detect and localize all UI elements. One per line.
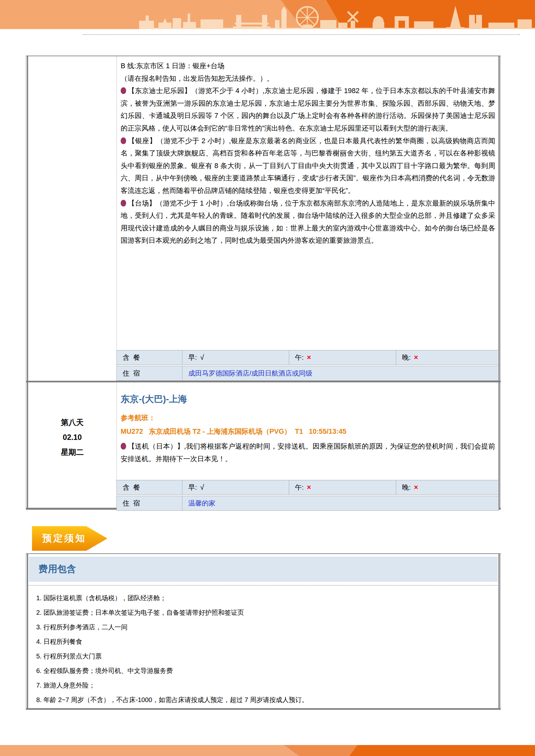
day-row-separator [26,381,500,382]
breakfast-cell: 早:√ [182,480,289,495]
day-date: 02.10 [63,430,82,445]
bullet-icon [121,137,126,144]
day8-content: 东京-(大巴)-上海 参考航班： MU272 东京成田机场 T2 - 上海浦东国… [121,383,495,465]
day-cell: 第八天 02.10 星期二 [28,383,116,509]
bullet-icon [121,87,126,94]
footer-dark-section [0,745,535,756]
meal-table-day7: 含 餐 早:√ 午:× 晚:× 住 宿 成田马罗德国际酒店/成田日航酒店或同级 [116,350,498,382]
meal-label: 含 餐 [116,350,183,365]
check-icon: √ [200,353,204,362]
meal-row: 含 餐 早:√ 午:× 晚:× [116,480,498,495]
day-weekday: 星期二 [61,445,84,460]
city-skyline-icon [139,4,535,29]
meal-label: 含 餐 [116,480,183,495]
bullet-icon [121,200,126,206]
itinerary-paragraph-odaiba: 【台场】（游览不少于 1 小时）,台场或称御台场，位于东京都东南部东京湾的人造陆… [121,197,495,247]
fee-item: 2. 团队旅游签证费；日本单次签证为电子签，自备签请带好护照和签证页 [36,606,491,620]
fee-item: 8. 年龄 2~7 周岁（不含），不占床-1000，如需占床请按成人预定，超过 … [36,693,491,707]
footer-band [0,745,535,756]
fee-item: 3. 行程所列参考酒店，二人一间 [36,620,491,634]
fee-item: 4. 日程所列餐食 [36,634,491,649]
meal-table-day8: 含 餐 早:√ 午:× 晚:× 住 宿 温馨的家 [116,480,498,512]
day-number: 第八天 [61,415,84,430]
cross-icon: × [307,483,311,492]
itinerary-paragraph-ginza: 【银座】（游览不少于 2 小时）,银座是东京最著名的商业区，也是日本最具代表性的… [121,135,495,197]
itinerary-page: B 线:东京市区 1 日游：银座+台场 （请在报名时告知，出发后告知恕无法操作。… [0,0,535,756]
b-line-title: B 线:东京市区 1 日游：银座+台场 [121,60,495,72]
check-icon: √ [200,483,204,492]
transfer-paragraph: 【送机（日本）】,我们将根据客户返程的时间，安排送机。因乘座国际航班的原因，为保… [121,440,495,465]
bullet-icon [121,443,126,449]
table-border-right [498,56,501,508]
cross-icon: × [414,483,418,492]
dotted-divider [29,585,498,586]
itinerary-paragraph-disney: 【东京迪士尼乐园】（游览不少于 4 小时）,东京迪士尼乐园，修建于 1982 年… [121,85,495,134]
fees-list: 1. 国际往返机票（含机场税），团队经济舱； 2. 团队旅游签证费；日本单次签证… [36,591,491,707]
lunch-cell: 午:× [289,350,396,365]
flight-ref-label: 参考航班： [121,412,495,424]
stay-row: 住 宿 温馨的家 [116,496,498,511]
stay-label: 住 宿 [116,366,183,381]
route-title: 东京-(大巴)-上海 [121,392,495,406]
stay-row: 住 宿 成田马罗德国际酒店/成田日航酒店或同级 [116,366,498,381]
table-border-left [26,56,28,508]
fees-border-left [26,554,28,708]
fee-item: 7. 旅游人身意外险； [36,678,491,693]
decorative-banner [0,0,535,29]
fees-title: 费用包含 [29,556,498,582]
meal-row: 含 餐 早:√ 午:× 晚:× [116,350,498,365]
fee-item: 6. 全程领队服务费；境外司机、中文导游服务费 [36,663,491,678]
fees-section: 费用包含 1. 国际往返机票（含机场税），团队经济舱； 2. 团队旅游签证费；日… [26,554,501,710]
fee-item: 1. 国际往返机票（含机场税），团队经济舱； [36,591,491,606]
cross-icon: × [307,353,311,362]
day-column-divider [116,56,117,508]
dinner-cell: 晚:× [396,350,499,365]
cross-icon: × [414,353,418,362]
stay-value: 成田马罗德国际酒店/成田日航酒店或同级 [182,366,499,381]
b-line-note: （请在报名时告知，出发后告知恕无法操作。）。 [121,72,495,85]
itinerary-table: B 线:东京市区 1 日游：银座+台场 （请在报名时告知，出发后告知恕无法操作。… [26,56,501,510]
dinner-cell: 晚:× [396,480,499,495]
breakfast-cell: 早:√ [182,350,289,365]
fees-border-right [498,554,501,708]
flight-info: MU272 东京成田机场 T2 - 上海浦东国际机场（PVG） T1 10:55… [121,425,495,438]
lunch-cell: 午:× [289,480,396,495]
stay-label: 住 宿 [116,496,183,511]
fee-item: 5. 行程所列景点大门票 [36,649,491,663]
stay-value: 温馨的家 [182,496,499,511]
booking-notice-badge: 预定须知 [32,526,107,551]
day7-content: B 线:东京市区 1 日游：银座+台场 （请在报名时告知，出发后告知恕无法操作。… [121,60,495,247]
dotted-divider [83,34,520,35]
